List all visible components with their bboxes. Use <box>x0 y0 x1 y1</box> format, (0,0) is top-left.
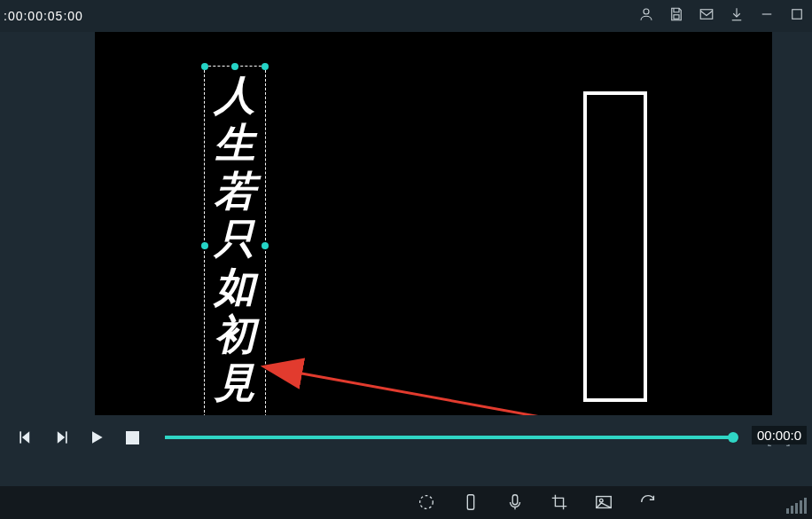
next-frame-button[interactable] <box>51 428 71 447</box>
play-button[interactable] <box>87 428 106 447</box>
save-icon[interactable] <box>668 6 684 26</box>
bottom-toolbar-strip <box>0 486 812 519</box>
text-char: 初 <box>215 311 255 359</box>
timecode-right: 00:00:0 <box>752 426 807 444</box>
user-icon[interactable] <box>638 6 654 26</box>
preview-viewport: 人 生 若 只 如 初 見 <box>0 32 812 415</box>
svg-point-11 <box>420 496 433 509</box>
video-canvas[interactable] <box>95 32 772 415</box>
svg-rect-3 <box>792 10 802 20</box>
svg-marker-8 <box>58 431 65 443</box>
progress-track[interactable] <box>165 436 733 439</box>
svg-point-15 <box>599 499 603 502</box>
vertical-text[interactable]: 人 生 若 只 如 初 見 <box>205 72 265 407</box>
text-char: 生 <box>215 120 255 168</box>
resize-handle-tl[interactable] <box>201 63 208 70</box>
svg-marker-6 <box>22 431 29 443</box>
text-char: 人 <box>215 72 255 120</box>
progress-fill <box>165 436 733 439</box>
svg-rect-12 <box>467 495 473 510</box>
minimize-icon[interactable] <box>759 6 775 26</box>
zoom-scale-icon[interactable] <box>786 498 807 514</box>
svg-rect-7 <box>20 431 21 443</box>
svg-rect-9 <box>66 431 67 443</box>
download-icon[interactable] <box>729 6 745 26</box>
svg-marker-10 <box>92 431 103 443</box>
text-char: 見 <box>215 359 255 407</box>
mail-icon[interactable] <box>699 6 714 26</box>
title-bar: :00:00:05:00 <box>0 0 812 32</box>
selected-text-box[interactable]: 人 生 若 只 如 初 見 <box>204 66 266 426</box>
refresh-icon[interactable] <box>638 492 658 515</box>
svg-rect-2 <box>700 10 713 20</box>
phone-icon[interactable] <box>461 492 480 515</box>
prev-frame-button[interactable] <box>16 428 35 447</box>
svg-rect-1 <box>674 15 679 20</box>
window-controls <box>638 6 805 26</box>
crop-icon[interactable] <box>550 492 569 515</box>
resize-handle-tm[interactable] <box>231 63 238 70</box>
progress-knob[interactable] <box>728 432 738 443</box>
image-icon[interactable] <box>594 492 613 515</box>
text-char: 如 <box>215 263 255 311</box>
mic-icon[interactable] <box>505 492 525 515</box>
rectangle-shape[interactable] <box>583 91 647 402</box>
text-char: 若 <box>215 168 255 216</box>
bottom-toolbar <box>417 492 658 515</box>
marker-icon[interactable] <box>417 492 436 515</box>
resize-handle-tr[interactable] <box>262 63 269 70</box>
maximize-icon[interactable] <box>789 6 805 26</box>
stop-button[interactable] <box>122 428 142 447</box>
text-char: 只 <box>215 216 255 263</box>
playback-bar: [ ] <box>0 415 812 460</box>
svg-rect-13 <box>512 495 518 505</box>
timecode-display: :00:00:05:00 <box>4 9 83 23</box>
svg-point-0 <box>644 9 649 14</box>
